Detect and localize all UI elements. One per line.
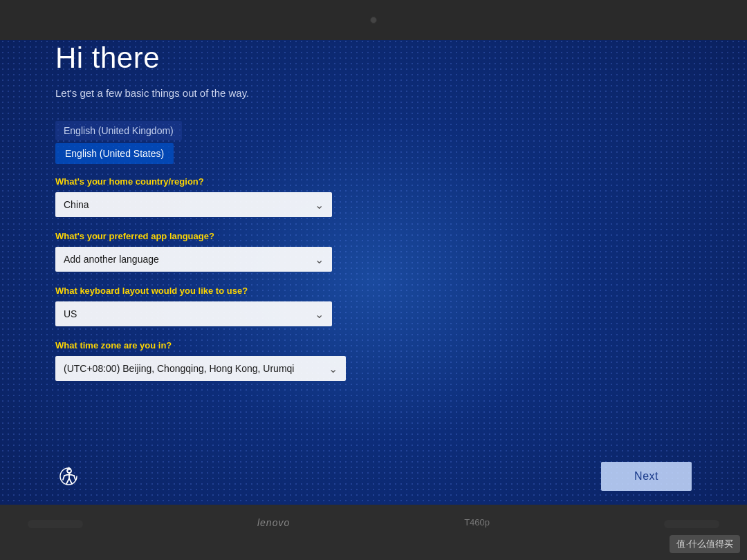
keyboard-select[interactable]: US UK German French [55, 301, 332, 326]
keyboard-select-wrapper: US UK German French ⌄ [55, 301, 332, 326]
laptop-brand: lenovo [257, 517, 290, 528]
country-select[interactable]: China United States United Kingdom Japan… [55, 192, 332, 217]
laptop-bottom-bar: lenovo T460p [0, 505, 747, 560]
laptop-speaker-left [28, 520, 83, 528]
app-language-select-wrapper: Add another language English (United Sta… [55, 247, 332, 272]
laptop-camera [370, 17, 377, 24]
next-button[interactable]: Next [601, 462, 692, 491]
country-select-wrapper: China United States United Kingdom Japan… [55, 192, 332, 217]
svg-line-1 [63, 476, 64, 480]
screen-content: Hi there Let's get a few basic things ou… [55, 41, 692, 505]
svg-line-3 [66, 478, 69, 484]
app-language-select[interactable]: Add another language English (United Sta… [55, 247, 332, 272]
page-subtitle: Let's get a few basic things out of the … [55, 87, 692, 99]
language-top-bar: English (United Kingdom) [55, 121, 182, 140]
page-title: Hi there [55, 41, 692, 75]
timezone-select[interactable]: (UTC+08:00) Beijing, Chongqing, Hong Kon… [55, 356, 346, 381]
timezone-section: What time zone are you in? (UTC+08:00) B… [55, 340, 692, 381]
language-selected-bar: English (United States) [55, 143, 174, 164]
app-language-label: What's your preferred app language? [55, 231, 692, 241]
watermark: 值·什么值得买 [670, 535, 740, 553]
country-section: What's your home country/region? China U… [55, 176, 692, 217]
laptop-speaker-right [664, 520, 719, 528]
timezone-label: What time zone are you in? [55, 340, 692, 351]
laptop-top-bar [0, 0, 747, 40]
screen-container: Hi there Let's get a few basic things ou… [0, 0, 747, 560]
timezone-select-wrapper: (UTC+08:00) Beijing, Chongqing, Hong Kon… [55, 356, 346, 381]
svg-line-4 [69, 478, 72, 484]
country-label: What's your home country/region? [55, 176, 692, 187]
app-language-section: What's your preferred app language? Add … [55, 231, 692, 272]
watermark-text: 值·什么值得买 [676, 539, 733, 549]
keyboard-label: What keyboard layout would you like to u… [55, 286, 692, 296]
svg-line-2 [74, 476, 75, 480]
laptop-model: T460p [464, 517, 490, 528]
accessibility-button[interactable] [55, 463, 83, 490]
keyboard-section: What keyboard layout would you like to u… [55, 286, 692, 326]
bottom-bar: Next [55, 462, 692, 491]
